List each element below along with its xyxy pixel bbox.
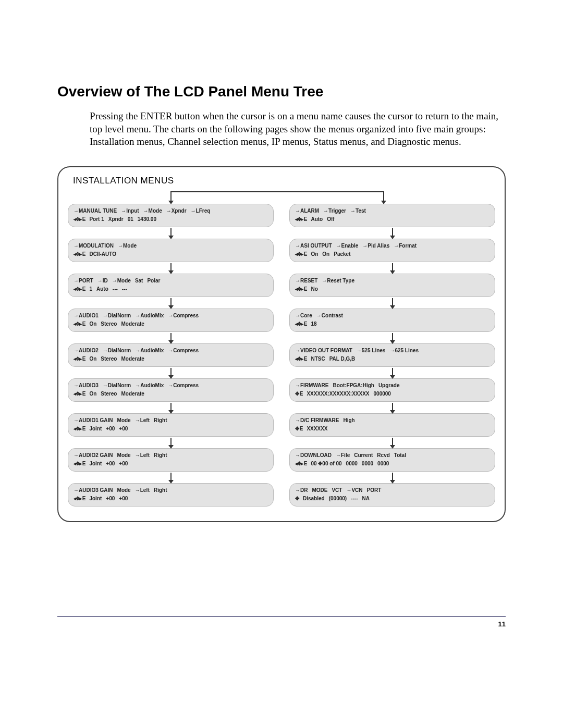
menu-value: +00: [106, 425, 119, 433]
menu-value: 00 ✥00 of 00: [311, 460, 346, 468]
nav-symbol: ◂✥▸ E: [295, 285, 311, 293]
page-number: 11: [57, 620, 506, 628]
menu-value: XXXXXX:XXXXXX:XXXXX: [307, 390, 373, 398]
menu-value: 18: [311, 320, 321, 328]
menu-label: →Mode: [143, 207, 166, 215]
diagram-top-connector: [68, 191, 495, 204]
page-heading: Overview of The LCD Panel Menu Tree: [57, 83, 506, 100]
nav-symbol: ◂✥▸ E: [295, 460, 311, 468]
menu-label: →Test: [350, 207, 370, 215]
nav-symbol: ◂✥▸ E: [74, 250, 89, 258]
menu-value: Moderate: [121, 320, 148, 328]
nav-symbol: ◂✥▸ E: [74, 460, 89, 468]
menu-value: 1: [89, 285, 96, 293]
menu-value: 1430.00: [138, 215, 161, 224]
menu-value: +00: [119, 425, 132, 433]
menu-value: +00: [119, 460, 132, 468]
left-menu-box: →AUDIO3→DialNorm→AudioMix→Compress◂✥▸ EO…: [68, 378, 274, 402]
menu-value: On: [89, 390, 101, 398]
menu-label: Sat: [135, 277, 148, 285]
menu-tree-diagram: INSTALLATION MENUS →MANUAL TUNE→Input→Mo…: [57, 166, 506, 522]
nav-symbol: ◂✥▸ E: [74, 390, 89, 398]
left-menu-box: →AUDIO3 GAINMode→LeftRight◂✥▸ EJoint+00+…: [68, 483, 274, 507]
menu-label: →File: [336, 451, 354, 460]
menu-label: →AudioMix: [135, 381, 168, 390]
menu-value: 0000: [377, 460, 393, 468]
down-arrow-connector: [392, 472, 393, 483]
right-menu-box: →DOWNLOAD→FileCurrentRcvdTotal◂✥▸ E00 ✥0…: [289, 448, 495, 472]
menu-label: →AUDIO2 GAIN: [74, 451, 117, 460]
nav-symbol: ◂✥▸ E: [74, 495, 89, 503]
down-arrow-connector: [392, 227, 393, 239]
nav-symbol: ◂✥▸ E: [295, 320, 311, 328]
down-arrow-connector: [170, 297, 172, 309]
menu-label: →AUDIO2: [74, 347, 103, 355]
menu-label: →AUDIO3 GAIN: [74, 486, 117, 495]
footer-rule: [57, 616, 506, 617]
nav-symbol: ◂✥▸ E: [74, 355, 89, 363]
menu-value: ----: [351, 495, 362, 503]
nav-symbol: ✥: [295, 495, 303, 503]
menu-value: Moderate: [121, 355, 148, 363]
menu-label: →Compress: [168, 347, 203, 355]
left-menu-box: →MANUAL TUNE→Input→Mode→Xpndr→LFreq◂✥▸ E…: [68, 204, 274, 227]
left-menu-box: →MODULATION→Mode◂✥▸ EDCII-AUTO: [68, 239, 274, 262]
menu-value: Packet: [334, 250, 354, 258]
menu-label: Polar: [147, 277, 164, 285]
right-menu-box: →RESET→Reset Type◂✥▸ ENo: [289, 274, 495, 297]
menu-label: Total: [394, 451, 410, 460]
menu-value: No: [311, 285, 322, 293]
menu-label: →VCN: [346, 486, 366, 495]
menu-value: 0000: [346, 460, 362, 468]
menu-label: Current: [354, 451, 377, 460]
nav-symbol: ◂✥▸ E: [295, 215, 311, 224]
menu-value: DCII-AUTO: [89, 250, 120, 258]
left-menu-box: →AUDIO1→DialNorm→AudioMix→Compress◂✥▸ EO…: [68, 309, 274, 332]
menu-value: Port 1: [89, 215, 108, 224]
menu-value: +00: [119, 495, 132, 503]
menu-label: →625 Lines: [389, 347, 423, 355]
menu-label: →Enable: [336, 242, 363, 250]
menu-label: →VIDEO OUT FORMAT: [295, 347, 357, 355]
menu-label: →Compress: [168, 312, 203, 320]
down-arrow-connector: [170, 227, 172, 239]
menu-value: Stereo: [101, 390, 121, 398]
menu-value: On: [89, 320, 101, 328]
down-arrow-connector: [392, 332, 393, 343]
menu-value: XXXXXX: [307, 425, 332, 433]
menu-label: Boot:FPGA:High: [333, 381, 378, 390]
menu-value: ---: [113, 285, 122, 293]
menu-label: Right: [154, 416, 172, 425]
menu-label: MODE: [312, 486, 332, 495]
menu-label: →DialNorm: [103, 381, 135, 390]
down-arrow-connector: [392, 262, 393, 274]
menu-value: Stereo: [101, 320, 121, 328]
nav-symbol: ◂✥▸ E: [74, 285, 89, 293]
down-arrow-connector: [170, 332, 172, 343]
down-arrow-connector: [392, 297, 393, 309]
nav-symbol: ✥ E: [295, 390, 307, 398]
menu-label: →Xpndr: [166, 207, 191, 215]
right-menu-box: →D/C FIRMWAREHigh✥ EXXXXXX: [289, 413, 495, 437]
left-menu-box: →AUDIO2→DialNorm→AudioMix→Compress◂✥▸ EO…: [68, 343, 274, 367]
right-menu-box: →FIRMWAREBoot:FPGA:HighUpgrade✥ EXXXXXX:…: [289, 378, 495, 402]
down-arrow-connector: [392, 437, 393, 448]
menu-value: Auto: [96, 285, 113, 293]
right-menu-box: →ASI OUTPUT→Enable→Pid Alias→Format◂✥▸ E…: [289, 239, 495, 262]
menu-value: Stereo: [101, 355, 121, 363]
intro-paragraph: Pressing the ENTER button when the curso…: [90, 110, 506, 149]
menu-label: →Trigger: [323, 207, 350, 215]
diagram-title: INSTALLATION MENUS: [73, 176, 495, 186]
menu-label: →RESET: [295, 277, 322, 285]
menu-value: Auto: [311, 215, 327, 224]
menu-value: ---: [122, 285, 131, 293]
down-arrow-connector: [170, 367, 172, 378]
menu-label: →Format: [394, 242, 421, 250]
menu-value: NTSC: [311, 355, 329, 363]
menu-label: →Mode: [112, 277, 135, 285]
menu-label: →ID: [97, 277, 112, 285]
menu-value: PAL D,G,B: [329, 355, 360, 363]
menu-label: →Left: [135, 486, 154, 495]
menu-value: On: [322, 250, 334, 258]
menu-value: 000000: [374, 390, 395, 398]
